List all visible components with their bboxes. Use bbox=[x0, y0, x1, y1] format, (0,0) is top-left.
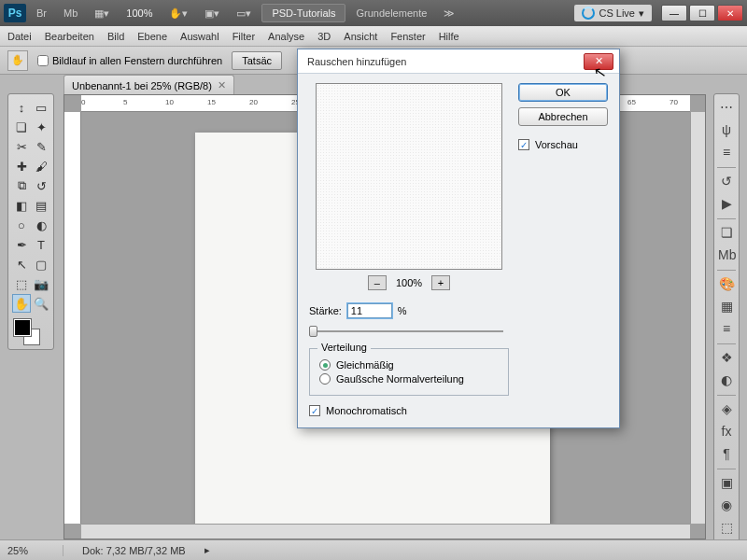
zoom-in-button[interactable]: + bbox=[431, 275, 450, 290]
panel-icon[interactable]: ≡ bbox=[718, 321, 735, 338]
radio-gaussian[interactable]: Gaußsche Normalverteilung bbox=[319, 373, 499, 385]
distribution-group: Verteilung Gleichmäßig Gaußsche Normalve… bbox=[309, 348, 509, 396]
brush-tool-icon[interactable]: 🖌 bbox=[32, 157, 50, 175]
color-swatches[interactable] bbox=[12, 317, 50, 345]
panel-icon[interactable]: ▦ bbox=[718, 299, 735, 315]
lasso-tool-icon[interactable]: ❏ bbox=[12, 118, 31, 136]
blur-tool-icon[interactable]: ○ bbox=[12, 216, 31, 234]
menu-hilfe[interactable]: Hilfe bbox=[439, 31, 459, 42]
dialog-title: Rauschen hinzufügen bbox=[307, 56, 406, 67]
panel-icon[interactable]: ❏ bbox=[718, 225, 735, 242]
cslive-button[interactable]: CS Live▾ bbox=[574, 5, 652, 21]
minimize-button[interactable]: — bbox=[661, 5, 687, 21]
panel-icon[interactable]: ⬚ bbox=[718, 520, 735, 537]
cslive-icon bbox=[582, 7, 595, 20]
cancel-button[interactable]: Abbrechen bbox=[518, 107, 608, 126]
scrollbar-vertical[interactable] bbox=[690, 112, 705, 524]
panel-icon[interactable]: fx bbox=[718, 424, 735, 441]
heal-tool-icon[interactable]: ✚ bbox=[12, 157, 31, 175]
close-button[interactable]: ✕ bbox=[717, 5, 743, 21]
strength-label: Stärke: bbox=[309, 305, 342, 316]
panel-icon[interactable]: ▣ bbox=[718, 475, 735, 492]
document-tab[interactable]: Unbenannt-1 bei 25% (RGB/8)✕ bbox=[63, 75, 234, 95]
panel-icon[interactable]: 🎨 bbox=[718, 276, 735, 293]
panel-icon[interactable]: ◈ bbox=[718, 401, 735, 418]
panel-icon[interactable]: ≡ bbox=[718, 145, 735, 161]
stamp-tool-icon[interactable]: ⧉ bbox=[12, 176, 31, 195]
panel-icon[interactable]: ▶ bbox=[718, 196, 735, 213]
monochrome-checkbox[interactable]: ✓Monochromatisch bbox=[309, 405, 509, 416]
bridge-icon[interactable]: Br bbox=[30, 5, 53, 21]
menu-ebene[interactable]: Ebene bbox=[137, 31, 167, 42]
more-workspaces-icon[interactable]: ≫ bbox=[437, 5, 461, 22]
status-bar: 25% Dok: 7,32 MB/7,32 MB ▸ bbox=[0, 539, 747, 560]
pen-tool-icon[interactable]: ✒ bbox=[12, 235, 31, 254]
strength-slider[interactable] bbox=[309, 324, 509, 339]
preview-checkbox[interactable]: ✓Vorschau bbox=[518, 139, 608, 150]
app-logo-icon: Ps bbox=[4, 4, 26, 22]
move-tool-icon[interactable]: ↕ bbox=[12, 98, 31, 117]
current-tool-icon[interactable]: ✋ bbox=[7, 50, 28, 71]
shape-tool-icon[interactable]: ▢ bbox=[32, 255, 50, 273]
panel-icon[interactable]: ↺ bbox=[718, 174, 735, 190]
panel-icon[interactable]: ¶ bbox=[718, 446, 735, 463]
marquee-tool-icon[interactable]: ▭ bbox=[32, 98, 50, 117]
maximize-button[interactable]: ☐ bbox=[689, 5, 715, 21]
view-extras-icon[interactable]: ▦▾ bbox=[88, 5, 116, 22]
workspace-tab-grundelemente[interactable]: Grundelemente bbox=[349, 5, 433, 21]
menu-bearbeiten[interactable]: Bearbeiten bbox=[45, 31, 94, 42]
menu-3d[interactable]: 3D bbox=[317, 31, 331, 42]
minibridge-icon[interactable]: Mb bbox=[57, 5, 84, 21]
history-brush-icon[interactable]: ↺ bbox=[32, 176, 50, 195]
hand-icon[interactable]: ✋▾ bbox=[162, 5, 194, 22]
wand-tool-icon[interactable]: ✦ bbox=[32, 118, 50, 136]
close-tab-icon[interactable]: ✕ bbox=[218, 79, 226, 91]
menu-ansicht[interactable]: Ansicht bbox=[344, 31, 377, 42]
noise-preview[interactable] bbox=[316, 83, 502, 270]
dialog-titlebar[interactable]: Rauschen hinzufügen ✕ bbox=[298, 49, 619, 74]
panel-icon[interactable]: Mb bbox=[718, 247, 735, 264]
menu-fenster[interactable]: Fenster bbox=[390, 31, 425, 42]
arrange-icon[interactable]: ▣▾ bbox=[198, 5, 226, 22]
eraser-tool-icon[interactable]: ◧ bbox=[12, 196, 31, 215]
dialog-close-button[interactable]: ✕ bbox=[584, 53, 613, 70]
crop-tool-icon[interactable]: ✂ bbox=[12, 137, 31, 156]
scroll-all-checkbox[interactable]: Bildlauf in allen Fenstern durchführen bbox=[37, 55, 222, 66]
type-tool-icon[interactable]: T bbox=[32, 235, 50, 254]
gradient-tool-icon[interactable]: ▤ bbox=[32, 196, 50, 215]
menu-analyse[interactable]: Analyse bbox=[268, 31, 304, 42]
menu-datei[interactable]: Datei bbox=[7, 31, 32, 42]
actual-pixels-button[interactable]: Tatsäc bbox=[232, 51, 282, 70]
zoom-out-button[interactable]: – bbox=[368, 275, 387, 290]
ruler-vertical bbox=[64, 112, 81, 524]
3d-tool-icon[interactable]: ⬚ bbox=[12, 274, 31, 293]
zoom-level[interactable]: 100% bbox=[120, 5, 159, 21]
preview-zoom: 100% bbox=[396, 277, 422, 288]
path-tool-icon[interactable]: ↖ bbox=[12, 255, 31, 273]
hand-tool-icon[interactable]: ✋ bbox=[12, 294, 31, 313]
workspace-tab-tutorials[interactable]: PSD-Tutorials bbox=[261, 4, 345, 22]
screenmode-icon[interactable]: ▭▾ bbox=[230, 5, 258, 22]
menu-filter[interactable]: Filter bbox=[233, 31, 255, 42]
zoom-tool-icon[interactable]: 🔍 bbox=[32, 294, 50, 313]
panel-icon[interactable]: ψ bbox=[718, 122, 735, 139]
panel-icon[interactable]: ◐ bbox=[718, 372, 735, 389]
app-titlebar: Ps Br Mb ▦▾ 100% ✋▾ ▣▾ ▭▾ PSD-Tutorials … bbox=[0, 0, 747, 26]
camera-tool-icon[interactable]: 📷 bbox=[32, 274, 50, 293]
eyedropper-tool-icon[interactable]: ✎ bbox=[32, 137, 50, 156]
radio-uniform[interactable]: Gleichmäßig bbox=[319, 359, 499, 371]
panel-icon[interactable]: ◉ bbox=[718, 497, 735, 514]
right-panel-dock: ⋯ ψ ≡ ↺ ▶ ❏ Mb 🎨 ▦ ≡ ❖ ◐ ◈ fx ¶ ▣ ◉ ⬚ bbox=[713, 93, 740, 543]
panel-icon[interactable]: ⋯ bbox=[718, 100, 735, 117]
status-more-icon[interactable]: ▸ bbox=[204, 544, 210, 556]
ok-button[interactable]: OK bbox=[518, 83, 608, 102]
menu-bar: Datei Bearbeiten Bild Ebene Auswahl Filt… bbox=[0, 26, 747, 47]
panel-icon[interactable]: ❖ bbox=[718, 350, 735, 367]
menu-bild[interactable]: Bild bbox=[107, 31, 124, 42]
strength-input[interactable] bbox=[347, 303, 392, 318]
dodge-tool-icon[interactable]: ◐ bbox=[32, 216, 50, 234]
status-docsize: Dok: 7,32 MB/7,32 MB bbox=[82, 545, 186, 556]
menu-auswahl[interactable]: Auswahl bbox=[180, 31, 219, 42]
scrollbar-horizontal[interactable] bbox=[81, 524, 690, 539]
status-zoom[interactable]: 25% bbox=[7, 545, 63, 556]
